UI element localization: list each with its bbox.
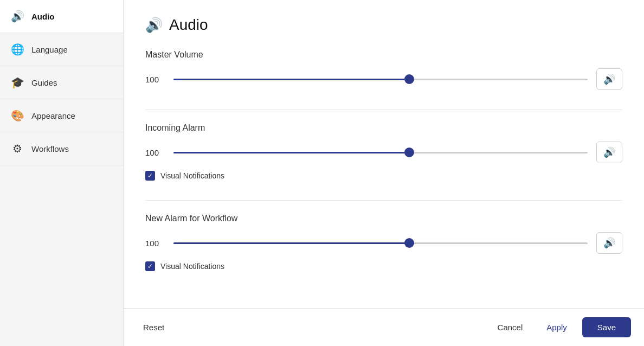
incoming-alarm-fill [173, 152, 409, 153]
sidebar-item-workflows-label: Workflows [31, 144, 69, 153]
new-alarm-workflow-thumb[interactable] [404, 238, 414, 248]
new-alarm-workflow-visual-notifications-label: Visual Notifications [160, 262, 224, 271]
new-alarm-workflow-visual-notifications-checkbox[interactable]: ✓ [145, 261, 155, 271]
section-new-alarm-workflow: New Alarm for Workflow 100 🔊 ✓ [145, 214, 622, 271]
incoming-alarm-speaker-button[interactable]: 🔊 [596, 142, 622, 163]
save-button[interactable]: Save [582, 317, 631, 337]
sidebar-item-appearance[interactable]: 🎨 Appearance [0, 99, 123, 132]
sidebar-item-language-label: Language [31, 45, 68, 54]
new-alarm-workflow-visual-notifications-row: ✓ Visual Notifications [145, 261, 622, 271]
sidebar: 🔊 Audio 🌐 Language 🎓 Guides 🎨 Appearance… [0, 0, 124, 346]
sidebar-item-appearance-label: Appearance [31, 111, 75, 120]
section-incoming-alarm: Incoming Alarm 100 🔊 ✓ Visual [145, 123, 622, 181]
incoming-alarm-title: Incoming Alarm [145, 123, 622, 133]
divider-2 [145, 200, 622, 201]
footer-right: Cancel Apply Save [489, 317, 631, 337]
page-title: Audio [169, 16, 208, 34]
content-body: 🔊 Audio Master Volume 100 🔊 [124, 0, 644, 308]
appearance-icon: 🎨 [11, 109, 24, 122]
sidebar-item-guides-label: Guides [31, 78, 57, 87]
main-content: 🔊 Audio Master Volume 100 🔊 [124, 0, 644, 346]
cancel-button[interactable]: Cancel [489, 318, 532, 336]
new-alarm-workflow-slider-row: 100 🔊 [145, 232, 622, 254]
incoming-alarm-thumb[interactable] [404, 148, 414, 157]
incoming-alarm-visual-notifications-row: ✓ Visual Notifications [145, 171, 622, 181]
new-alarm-workflow-fill [173, 242, 409, 244]
sidebar-item-audio-label: Audio [31, 12, 55, 21]
master-volume-slider[interactable] [173, 74, 588, 85]
master-volume-value: 100 [145, 75, 165, 84]
incoming-alarm-track [173, 152, 588, 153]
new-alarm-workflow-speaker-button[interactable]: 🔊 [596, 232, 622, 254]
incoming-alarm-slider[interactable] [173, 147, 588, 158]
page-audio-icon: 🔊 [145, 17, 163, 34]
incoming-alarm-visual-notifications-checkbox[interactable]: ✓ [145, 171, 155, 181]
section-master-volume: Master Volume 100 🔊 [145, 50, 622, 90]
sidebar-item-guides[interactable]: 🎓 Guides [0, 66, 123, 99]
master-volume-track [173, 79, 588, 80]
incoming-alarm-value: 100 [145, 148, 165, 157]
incoming-alarm-check-icon: ✓ [147, 172, 153, 180]
master-volume-title: Master Volume [145, 50, 622, 60]
master-volume-thumb[interactable] [404, 74, 414, 84]
language-icon: 🌐 [11, 43, 24, 56]
sidebar-item-workflows[interactable]: ⚙ Workflows [0, 132, 123, 165]
page-header: 🔊 Audio [145, 16, 622, 34]
incoming-alarm-visual-notifications-label: Visual Notifications [160, 171, 224, 180]
new-alarm-workflow-value: 100 [145, 239, 165, 248]
new-alarm-workflow-check-icon: ✓ [147, 262, 153, 270]
divider-1 [145, 110, 622, 110]
app-container: 🔊 Audio 🌐 Language 🎓 Guides 🎨 Appearance… [0, 0, 644, 346]
reset-button[interactable]: Reset [137, 318, 171, 336]
apply-button[interactable]: Apply [538, 318, 576, 336]
new-alarm-workflow-track [173, 242, 588, 244]
master-volume-slider-row: 100 🔊 [145, 68, 622, 90]
master-volume-speaker-button[interactable]: 🔊 [596, 68, 622, 90]
master-volume-fill [173, 79, 409, 80]
new-alarm-workflow-slider[interactable] [173, 238, 588, 248]
sidebar-item-audio[interactable]: 🔊 Audio [0, 0, 123, 33]
incoming-alarm-slider-row: 100 🔊 [145, 142, 622, 163]
audio-icon: 🔊 [11, 10, 24, 23]
guides-icon: 🎓 [11, 76, 24, 89]
sidebar-item-language[interactable]: 🌐 Language [0, 33, 123, 66]
new-alarm-workflow-title: New Alarm for Workflow [145, 214, 622, 223]
footer: Reset Cancel Apply Save [124, 308, 644, 346]
workflows-icon: ⚙ [11, 142, 24, 155]
